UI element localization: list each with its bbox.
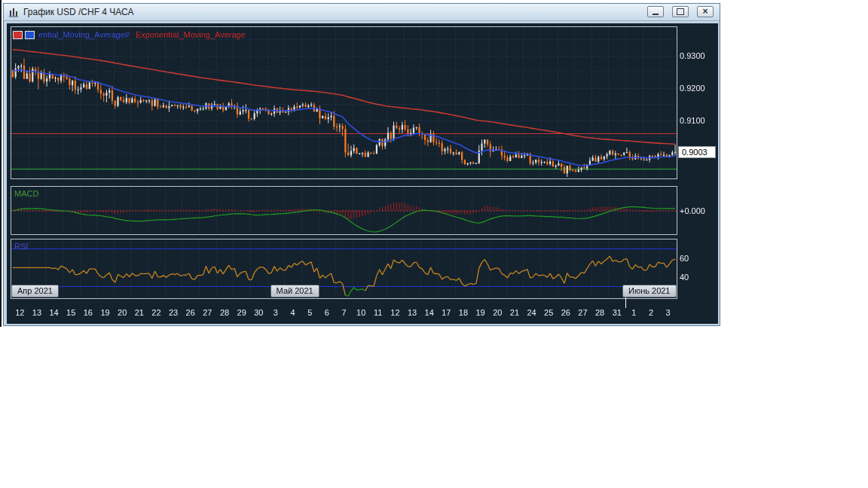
macd-zero-label: +0.000 xyxy=(680,206,717,216)
time-axis-label: 3 xyxy=(659,308,677,317)
time-axis-label: 26 xyxy=(557,308,575,317)
time-axis-label: 5 xyxy=(301,308,319,317)
time-axis-label: 20 xyxy=(488,308,506,317)
minimize-icon xyxy=(653,8,659,15)
window-title: График USD /CHF 4 ЧАСА xyxy=(23,4,133,20)
legend-blue-button[interactable] xyxy=(25,31,35,39)
title-bar[interactable]: График USD /CHF 4 ЧАСА × xyxy=(4,4,720,21)
time-axis-label: 11 xyxy=(369,308,387,317)
time-axis-label: 12 xyxy=(11,308,29,317)
time-axis-label: 31 xyxy=(608,308,626,317)
time-axis-label: 6 xyxy=(318,308,336,317)
legend-red-button[interactable] xyxy=(13,31,23,39)
rsi-panel[interactable] xyxy=(11,239,677,299)
chart-area: ential_Moving_Average# Exponential_Movin… xyxy=(7,23,718,324)
time-axis-label: 26 xyxy=(182,308,200,317)
time-axis-label: 23 xyxy=(164,308,182,317)
time-axis-label: 1 xyxy=(625,308,643,317)
rsi-indicator-label: RSI xyxy=(14,242,28,251)
macd-panel[interactable] xyxy=(11,186,677,235)
time-axis-label: 30 xyxy=(249,308,267,317)
ema-blue-label: ential_Moving_Average# xyxy=(38,30,130,39)
screen: График USD /CHF 4 ЧАСА × ential_Moving_A… xyxy=(0,0,868,488)
time-axis-label: 19 xyxy=(96,308,115,317)
time-axis-label: 22 xyxy=(147,308,165,317)
macd-indicator-label: MACD xyxy=(14,189,38,198)
time-axis-label: 13 xyxy=(28,308,46,317)
time-axis-label: 21 xyxy=(130,308,148,317)
time-axis-label: 20 xyxy=(113,308,131,317)
price-tick-label: 0.9200 xyxy=(680,83,717,93)
month-badge: Апр 2021 xyxy=(11,285,59,297)
time-axis-label: 28 xyxy=(215,308,234,317)
time-axis-label: 18 xyxy=(454,308,472,317)
minimize-button[interactable] xyxy=(647,6,664,17)
price-panel[interactable] xyxy=(11,26,677,179)
time-axis-label: 19 xyxy=(472,308,490,317)
price-tick-label: 0.9100 xyxy=(680,115,717,126)
time-axis-label: 12 xyxy=(386,308,404,317)
price-tick-label: 0.9300 xyxy=(680,50,717,61)
time-axis-label: 14 xyxy=(420,308,439,317)
time-axis-label: 14 xyxy=(45,308,63,317)
indicator-legend: ential_Moving_Average# Exponential_Movin… xyxy=(13,30,246,39)
month-badge: Май 2021 xyxy=(270,285,319,297)
time-axis-label: 10 xyxy=(352,308,370,317)
time-axis-label: 24 xyxy=(523,308,541,317)
time-axis-label: 21 xyxy=(506,308,524,317)
restore-button[interactable] xyxy=(672,6,689,17)
time-axis-label: 15 xyxy=(62,308,80,317)
month-badge: Июнь 2021 xyxy=(622,285,677,297)
close-icon: × xyxy=(702,8,708,16)
time-axis-label: 4 xyxy=(284,308,302,317)
chart-window: График USD /CHF 4 ЧАСА × ential_Moving_A… xyxy=(3,3,720,326)
time-axis-label: 29 xyxy=(233,308,251,317)
time-axis-label: 27 xyxy=(198,308,216,317)
chart-app-icon xyxy=(8,7,19,17)
rsi-tick-label: 60 xyxy=(680,253,717,264)
time-axis-label: 3 xyxy=(267,308,285,317)
time-axis-label: 2 xyxy=(642,308,660,317)
time-axis-label: 28 xyxy=(591,308,609,317)
restore-icon xyxy=(677,8,684,15)
current-price-badge: 0.9003 xyxy=(678,146,716,158)
ema-red-label: Exponential_Moving_Average xyxy=(136,30,246,39)
time-axis-label: 13 xyxy=(403,308,421,317)
time-axis-label: 27 xyxy=(573,308,591,317)
time-axis-label: 17 xyxy=(437,308,455,317)
rsi-tick-label: 40 xyxy=(680,272,717,282)
screen-edge-artifact xyxy=(0,0,2,327)
time-axis-label: 25 xyxy=(539,308,558,317)
time-axis-label: 7 xyxy=(335,308,353,317)
close-button[interactable]: × xyxy=(697,6,714,17)
time-axis-label: 16 xyxy=(79,308,97,317)
